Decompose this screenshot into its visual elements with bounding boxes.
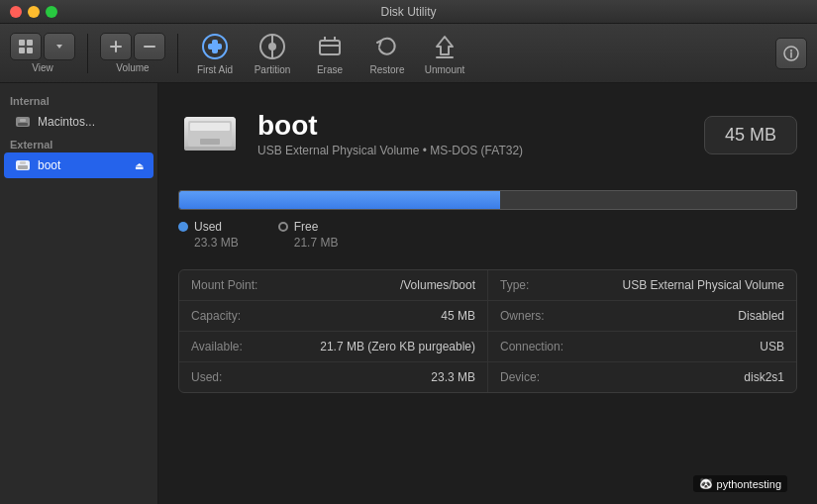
first-aid-label: First Aid <box>197 64 233 75</box>
traffic-lights <box>10 6 57 18</box>
svg-rect-3 <box>27 48 33 53</box>
available-value: 21.7 MB (Zero KB purgeable) <box>271 332 487 362</box>
add-volume-button[interactable] <box>100 33 132 60</box>
partition-section: Used 23.3 MB Free 21.7 MB <box>178 190 797 250</box>
details-left: Mount Point: /Volumes/boot Capacity: 45 … <box>179 270 488 392</box>
svg-rect-34 <box>184 147 236 151</box>
sidebar-item-boot[interactable]: boot ⏏ <box>4 152 153 178</box>
volume-size-badge: 45 MB <box>704 116 797 154</box>
svg-rect-28 <box>20 161 26 164</box>
first-aid-icon <box>197 31 233 62</box>
table-row: Connection: USB <box>488 332 796 362</box>
minimize-button[interactable] <box>28 6 40 18</box>
eject-icon[interactable]: ⏏ <box>135 160 144 171</box>
sidebar-macintos-label: Macintos... <box>38 115 144 129</box>
sidebar-boot-label: boot <box>38 158 129 172</box>
partition-bar <box>178 190 797 210</box>
partition-label: Partition <box>255 64 291 75</box>
watermark-text: pythontesting <box>717 478 781 490</box>
used-detail-label: Used: <box>179 362 271 393</box>
view-grid-button[interactable] <box>10 33 42 60</box>
sidebar-item-macintos[interactable]: Macintos... <box>4 109 153 135</box>
volume-subtitle: USB External Physical Volume • MS-DOS (F… <box>257 144 688 157</box>
owners-label: Owners: <box>488 301 580 332</box>
available-label: Available: <box>179 332 271 362</box>
volume-icon <box>178 103 242 166</box>
watermark: 🐼 pythontesting <box>693 475 787 492</box>
type-label: Type: <box>488 270 580 301</box>
device-label: Device: <box>488 362 580 393</box>
toolbar: View Volume <box>0 24 817 83</box>
unmount-button[interactable]: Unmount <box>420 31 469 75</box>
connection-label: Connection: <box>488 332 580 362</box>
mount-point-value: /Volumes/boot <box>271 270 487 301</box>
content-area: boot USB External Physical Volume • MS-D… <box>158 83 817 504</box>
capacity-value: 45 MB <box>271 301 487 332</box>
details-right: Type: USB External Physical Volume Owner… <box>488 270 796 392</box>
external-section-label: External <box>0 135 157 152</box>
restore-button[interactable]: Restore <box>362 31 412 75</box>
svg-rect-25 <box>20 119 26 122</box>
svg-rect-0 <box>19 40 25 46</box>
volume-name: boot <box>257 112 688 140</box>
svg-rect-14 <box>320 41 340 54</box>
watermark-inner: 🐼 pythontesting <box>699 477 781 490</box>
view-dropdown-button[interactable] <box>44 33 75 60</box>
svg-rect-10 <box>208 44 222 50</box>
used-value: 23.3 MB <box>178 236 239 250</box>
main-layout: Internal Macintos... External boot <box>0 83 817 504</box>
used-label-item: Used 23.3 MB <box>178 220 239 250</box>
svg-rect-27 <box>18 165 28 169</box>
owners-value: Disabled <box>580 301 796 332</box>
partition-button[interactable]: Partition <box>248 31 297 75</box>
usb-disk-icon <box>14 156 32 174</box>
free-dot <box>278 222 288 232</box>
partition-labels: Used 23.3 MB Free 21.7 MB <box>178 220 797 250</box>
used-header: Used <box>178 220 239 234</box>
view-group: View <box>10 33 75 73</box>
volume-label: Volume <box>116 62 149 73</box>
erase-button[interactable]: Erase <box>305 31 355 75</box>
view-label: View <box>32 62 53 73</box>
separator-2 <box>177 34 178 73</box>
close-button[interactable] <box>10 6 22 18</box>
used-label: Used <box>194 220 222 234</box>
svg-rect-33 <box>200 139 220 145</box>
connection-value: USB <box>580 332 796 362</box>
svg-rect-24 <box>18 123 28 126</box>
svg-rect-2 <box>19 48 25 53</box>
erase-label: Erase <box>317 64 343 75</box>
restore-icon <box>369 31 405 62</box>
table-row: Available: 21.7 MB (Zero KB purgeable) <box>179 332 487 362</box>
details-split: Mount Point: /Volumes/boot Capacity: 45 … <box>179 270 796 392</box>
svg-point-13 <box>268 43 276 50</box>
table-row: Capacity: 45 MB <box>179 301 487 332</box>
mount-point-label: Mount Point: <box>179 270 271 301</box>
table-row: Used: 23.3 MB <box>179 362 487 393</box>
svg-rect-1 <box>27 40 33 46</box>
svg-point-21 <box>790 50 792 51</box>
table-row: Mount Point: /Volumes/boot <box>179 270 487 301</box>
volume-group: Volume <box>100 33 165 73</box>
restore-label: Restore <box>369 64 404 75</box>
internal-section-label: Internal <box>0 91 157 109</box>
first-aid-button[interactable]: First Aid <box>190 31 240 75</box>
free-label: Free <box>294 220 319 234</box>
unmount-label: Unmount <box>425 64 465 75</box>
svg-marker-18 <box>437 37 453 54</box>
partition-icon <box>255 31 290 62</box>
device-value: disk2s1 <box>580 362 796 393</box>
table-row: Owners: Disabled <box>488 301 796 332</box>
free-value: 21.7 MB <box>278 236 339 250</box>
capacity-label: Capacity: <box>179 301 271 332</box>
maximize-button[interactable] <box>46 6 57 18</box>
remove-volume-button[interactable] <box>134 33 165 60</box>
info-button[interactable] <box>775 38 807 69</box>
titlebar-title: Disk Utility <box>381 5 437 19</box>
volume-header: boot USB External Physical Volume • MS-D… <box>178 103 797 166</box>
free-label-item: Free 21.7 MB <box>278 220 339 250</box>
watermark-icon: 🐼 <box>699 477 713 490</box>
partition-bar-used <box>179 191 500 209</box>
erase-icon <box>312 31 348 62</box>
table-row: Device: disk2s1 <box>488 362 796 393</box>
